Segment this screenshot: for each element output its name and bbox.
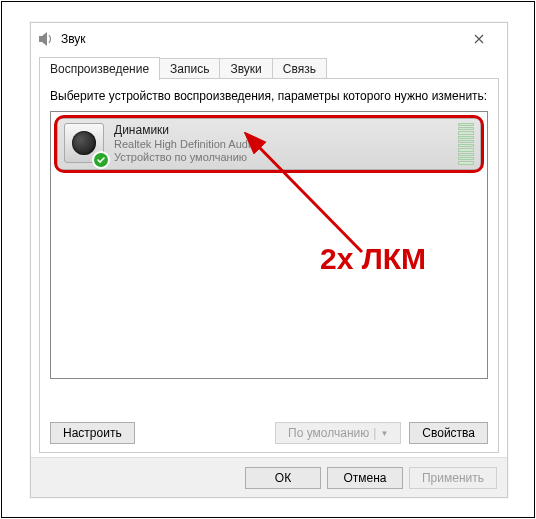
configure-button[interactable]: Настроить [50,422,135,444]
close-button[interactable] [457,25,501,53]
sound-icon [37,30,55,48]
speaker-icon [64,123,106,165]
sound-dialog: Звук Воспроизведение Запись Звуки Связь … [30,22,508,498]
tab-playback[interactable]: Воспроизведение [39,57,160,80]
titlebar: Звук [31,23,507,55]
default-button-label: По умолчанию [288,426,369,440]
device-name: Динамики [114,123,452,137]
ok-button[interactable]: ОК [245,467,321,489]
properties-button[interactable]: Свойства [409,422,488,444]
svg-rect-0 [39,36,42,42]
divider: | [373,426,376,440]
device-info: Динамики Realtek High Definition Audio У… [114,123,452,164]
apply-button: Применить [409,467,497,489]
cancel-button[interactable]: Отмена [327,467,403,489]
playback-panel: Выберите устройство воспроизведения, пар… [39,79,499,453]
default-button: По умолчанию | ▼ [275,422,401,444]
window-title: Звук [61,32,86,46]
device-status: Устройство по умолчанию [114,151,452,164]
default-check-icon [92,151,110,169]
device-item[interactable]: Динамики Realtek High Definition Audio У… [57,118,481,170]
instruction-text: Выберите устройство воспроизведения, пар… [50,89,488,105]
screenshot-frame: Звук Воспроизведение Запись Звуки Связь … [1,1,535,518]
dialog-button-row: ОК Отмена Применить [31,457,507,497]
chevron-down-icon: ▼ [380,429,388,438]
tab-sounds[interactable]: Звуки [219,58,272,79]
device-list[interactable]: Динамики Realtek High Definition Audio У… [50,111,488,379]
panel-button-row: Настроить По умолчанию | ▼ Свойства [50,422,488,444]
volume-meter [458,123,474,165]
tab-record[interactable]: Запись [159,58,220,79]
tab-strip: Воспроизведение Запись Звуки Связь [31,55,507,79]
device-driver: Realtek High Definition Audio [114,138,452,151]
tab-comm[interactable]: Связь [272,58,327,79]
svg-marker-1 [42,32,47,46]
